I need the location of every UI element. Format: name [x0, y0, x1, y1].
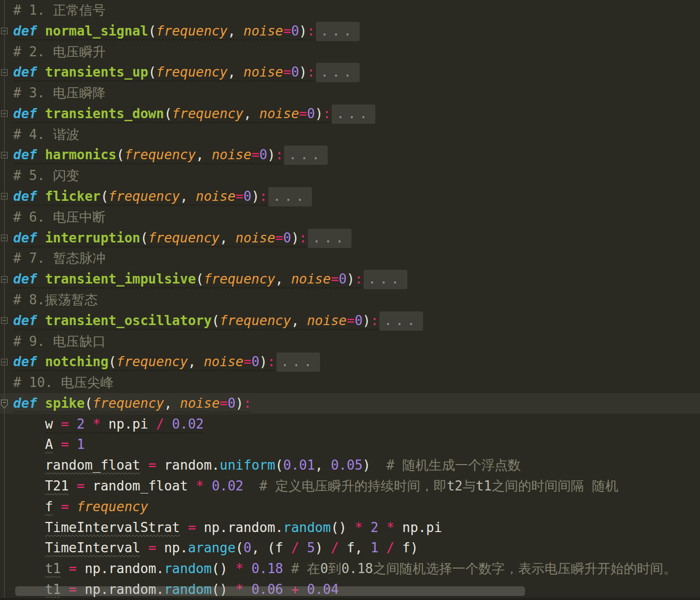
code-token: interruption [45, 230, 141, 245]
code-token: , [220, 230, 235, 245]
code-token: ) [235, 396, 243, 411]
code-token: : [307, 64, 315, 80]
code-line[interactable]: # 2. 电压瞬升 [0, 42, 700, 62]
code-token: noise [204, 354, 243, 369]
code-token [13, 499, 45, 514]
folded-region-placeholder[interactable]: ... [308, 229, 352, 248]
folded-region-placeholder[interactable]: ... [332, 104, 375, 124]
code-token: ( [212, 313, 220, 328]
code-line[interactable]: # 10. 电压尖峰 [0, 372, 700, 393]
code-token: random [164, 561, 212, 576]
inspection-underline: def spike(frequency, noise=0): [13, 396, 252, 411]
code-token [69, 478, 77, 493]
code-line[interactable]: def spike(frequency, noise=0): [0, 393, 700, 414]
code-token: ( [148, 64, 156, 80]
code-token: ) [252, 189, 260, 204]
code-token: # 1. 正常信号 [13, 3, 106, 18]
code-line[interactable]: # 6. 电压中断 [0, 207, 700, 228]
folded-region-placeholder[interactable]: ... [316, 63, 360, 82]
code-line[interactable]: def normal_signal(frequency, noise=0):..… [0, 21, 700, 42]
code-line[interactable]: # 5. 闪变 [0, 165, 700, 186]
code-line[interactable]: # 4. 谐波 [0, 124, 700, 145]
code-line[interactable]: TimeIntervalStrat = np.random.random() *… [0, 517, 700, 538]
code-token: arange [188, 540, 235, 555]
fold-expanded-icon[interactable] [1, 395, 9, 405]
code-line[interactable]: T21 = random_float * 0.02 # 定义电压瞬升的持续时间，… [0, 476, 700, 497]
code-area: # 1. 正常信号def normal_signal(frequency, no… [0, 0, 700, 600]
code-token: : [259, 189, 267, 204]
code-token: def [13, 313, 45, 328]
folded-region-placeholder[interactable]: ... [284, 146, 328, 165]
code-line[interactable]: def transients_down(frequency, noise=0):… [0, 103, 700, 124]
code-token: w [45, 416, 61, 432]
code-token: , [315, 457, 331, 473]
code-line[interactable]: def notching(frequency, noise=0):... [0, 351, 700, 372]
code-line[interactable]: def flicker(frequency, noise=0):... [0, 186, 700, 207]
code-token [13, 437, 45, 452]
folded-region-placeholder[interactable]: ... [364, 270, 407, 289]
code-token: noise [180, 396, 220, 411]
typo-underline: T21 [45, 478, 69, 493]
code-token: noise [259, 106, 299, 121]
code-token: ) [363, 313, 371, 328]
code-line[interactable]: t1 = np.random.random() * 0.18 # 在0到0.18… [0, 558, 700, 579]
code-line[interactable]: # 7. 暂态脉冲 [0, 248, 700, 269]
code-line[interactable]: def transients_up(frequency, noise=0):..… [0, 62, 700, 83]
code-line[interactable]: # 9. 电压缺口 [0, 331, 700, 352]
code-token: # 3. 电压瞬降 [13, 85, 106, 100]
code-token: transient_oscillatory [45, 313, 212, 328]
code-token: frequency [156, 64, 228, 80]
code-token: = [299, 106, 307, 121]
code-token: = [235, 189, 243, 204]
code-token [180, 520, 188, 535]
inspection-underline: def harmonics(frequency, noise=0): [13, 147, 283, 162]
code-token: harmonics [45, 147, 117, 162]
code-token: 0 [243, 540, 252, 555]
folded-region-placeholder[interactable]: ... [316, 22, 360, 41]
code-token: = [148, 457, 156, 473]
typo-underline: f [45, 499, 53, 514]
horizontal-scrollbar[interactable] [15, 586, 525, 596]
code-token: ( [140, 230, 148, 245]
code-token: # 4. 谐波 [13, 127, 79, 142]
folded-region-placeholder[interactable]: ... [268, 187, 312, 206]
code-token: transients_down [45, 106, 164, 121]
code-token: : [355, 271, 363, 287]
code-token: TimeIntervalStrat [45, 520, 180, 535]
code-token: 与 [463, 478, 476, 493]
code-line[interactable]: w = 2 * np.pi / 0.02 [0, 414, 700, 435]
code-token: * [355, 520, 363, 535]
code-line[interactable]: # 1. 正常信号 [0, 0, 700, 21]
code-token: def [13, 23, 45, 39]
code-token: 0.18 [341, 561, 373, 576]
code-token: def [13, 396, 45, 411]
editor: # 1. 正常信号def normal_signal(frequency, no… [0, 0, 700, 600]
code-token: ) [347, 271, 355, 287]
code-line[interactable]: def transient_impulsive(frequency, noise… [0, 269, 700, 290]
code-line[interactable]: random_float = random.uniform(0.01, 0.05… [0, 455, 700, 476]
code-line[interactable]: def harmonics(frequency, noise=0):... [0, 145, 700, 165]
code-line[interactable]: TimeInterval = np.arange(0, (f / 5) / f,… [0, 538, 700, 558]
code-line[interactable]: f = frequency [0, 497, 700, 517]
code-line[interactable]: A = 1 [0, 434, 700, 455]
code-line[interactable]: def interruption(frequency, noise=0):... [0, 228, 700, 249]
code-token: 0 [320, 561, 328, 576]
folded-region-placeholder[interactable]: ... [379, 311, 423, 331]
code-token [69, 499, 77, 514]
code-line[interactable]: # 8.振荡暂态 [0, 290, 700, 310]
code-line[interactable]: def transient_oscillatory(frequency, noi… [0, 310, 700, 331]
code-token [13, 416, 45, 432]
folded-region-placeholder[interactable]: ... [276, 352, 320, 372]
code-token: def [13, 64, 45, 80]
code-token: ( [100, 189, 109, 204]
typo-underline: TimeInterval [45, 540, 141, 555]
code-token: ) [299, 64, 307, 80]
code-token: : [275, 147, 284, 162]
code-line[interactable]: # 3. 电压瞬降 [0, 83, 700, 103]
code-token [204, 478, 212, 493]
code-token: transients_up [45, 64, 149, 80]
code-token: 0 [252, 354, 260, 369]
code-token [53, 437, 61, 452]
gutter-indent-guide [4, 0, 5, 600]
code-token: : [243, 396, 252, 411]
